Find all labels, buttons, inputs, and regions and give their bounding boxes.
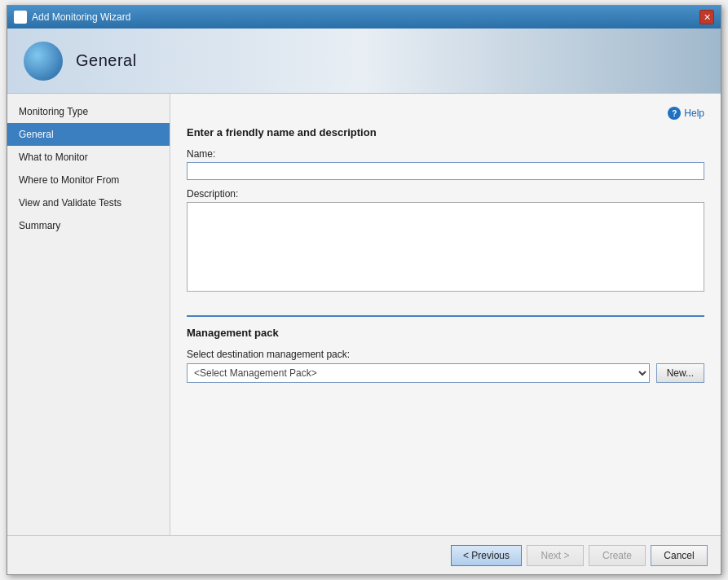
help-row: ? Help — [187, 107, 704, 120]
select-row: <Select Management Pack> New... — [187, 363, 704, 383]
section-title: Enter a friendly name and description — [187, 126, 704, 138]
header-title: General — [76, 51, 137, 70]
title-bar: Add Monitoring Wizard ✕ — [7, 6, 721, 29]
description-label: Description: — [187, 188, 704, 200]
description-input[interactable] — [187, 202, 704, 292]
new-button[interactable]: New... — [656, 363, 704, 383]
select-label: Select destination management pack: — [187, 349, 704, 360]
help-icon: ? — [668, 107, 681, 120]
create-button[interactable]: Create — [589, 545, 646, 566]
sidebar: Monitoring Type General What to Monitor … — [7, 94, 170, 535]
close-button[interactable]: ✕ — [699, 10, 714, 24]
help-label: Help — [684, 108, 704, 119]
window-icon — [14, 11, 27, 24]
previous-button[interactable]: < Previous — [451, 545, 522, 566]
cancel-button[interactable]: Cancel — [651, 545, 708, 566]
main-content: ? Help Enter a friendly name and descrip… — [170, 94, 721, 535]
sidebar-item-where-to-monitor-from[interactable]: Where to Monitor From — [7, 169, 170, 191]
sidebar-item-monitoring-type[interactable]: Monitoring Type — [7, 100, 170, 123]
name-input[interactable] — [187, 162, 704, 180]
next-button[interactable]: Next > — [527, 545, 584, 566]
footer: < Previous Next > Create Cancel — [7, 535, 721, 574]
sidebar-item-general[interactable]: General — [7, 123, 170, 146]
header-icon — [24, 42, 63, 81]
management-pack-title: Management pack — [187, 327, 704, 339]
title-bar-left: Add Monitoring Wizard — [14, 11, 130, 24]
sidebar-item-summary[interactable]: Summary — [7, 214, 170, 237]
sidebar-item-view-validate-tests[interactable]: View and Validate Tests — [7, 191, 170, 214]
management-pack-section: Management pack Select destination manag… — [187, 315, 704, 383]
help-link[interactable]: ? Help — [668, 107, 704, 120]
sidebar-item-what-to-monitor[interactable]: What to Monitor — [7, 146, 170, 169]
management-pack-select[interactable]: <Select Management Pack> — [187, 363, 650, 383]
name-label: Name: — [187, 148, 704, 160]
window-title: Add Monitoring Wizard — [32, 11, 130, 23]
header-banner: General — [7, 29, 721, 94]
content-area: Monitoring Type General What to Monitor … — [7, 94, 721, 535]
wizard-window: Add Monitoring Wizard ✕ General Monitori… — [7, 5, 721, 575]
section-divider — [187, 315, 704, 317]
